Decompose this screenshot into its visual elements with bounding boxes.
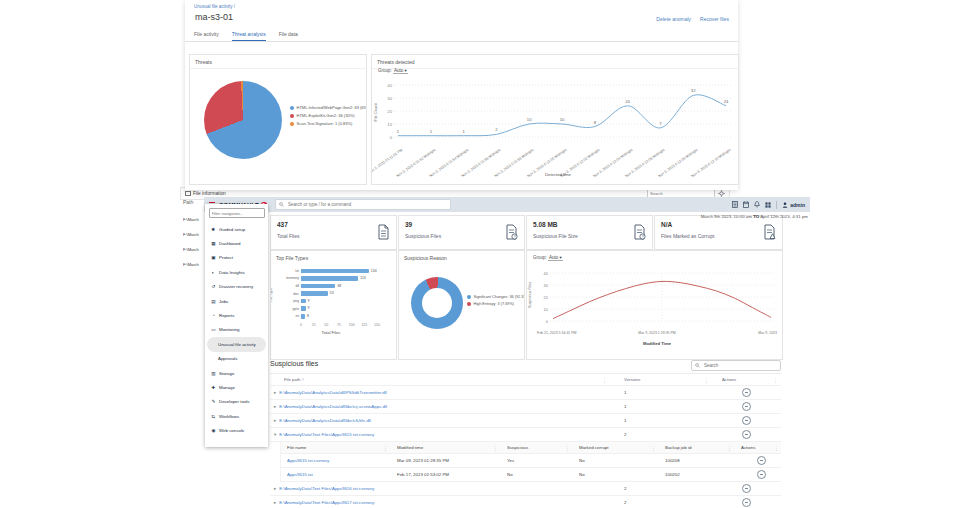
file-path-link[interactable]: E:\AnomalyData\Text Files\Apps9615.txt.c…	[279, 432, 374, 437]
column-menu-icon[interactable]: ⋮	[602, 377, 607, 383]
actions-icon[interactable]	[742, 430, 751, 439]
nav-filter-input[interactable]	[209, 208, 265, 218]
column-menu-icon[interactable]: ⋮	[773, 377, 778, 383]
column-menu-icon[interactable]: ⋮	[704, 377, 709, 383]
path-tree-item[interactable]: F:\March	[183, 257, 204, 272]
group-label: Group:	[378, 68, 392, 73]
nav-item-guided-setup[interactable]: ✱Guided setup	[205, 222, 268, 236]
bar[interactable]	[301, 291, 328, 296]
file-path-link[interactable]: E:\AnomalyData\Text Files\Apps9616.txt.c…	[279, 486, 374, 491]
path-tree-item[interactable]: F:\March	[183, 212, 204, 227]
nav-item-manage[interactable]: ✚Manage	[205, 380, 268, 394]
tab-file-activity[interactable]: File activity	[194, 31, 219, 41]
file-path-link[interactable]: E:\AnomalyData\Text Files\Apps9617.txt.c…	[279, 500, 374, 505]
column-marked-corrupt[interactable]: Marked corrupt	[579, 445, 609, 450]
path-tree-item[interactable]: F:\March	[183, 227, 204, 242]
column-file-path[interactable]: File path	[284, 377, 300, 382]
gear-icon[interactable]	[718, 190, 725, 197]
column-modified-time[interactable]: Modified time	[397, 445, 423, 450]
bar[interactable]	[301, 314, 305, 319]
column-menu-icon[interactable]: ⋮	[493, 445, 498, 451]
file-path-link[interactable]: E:\AnomalyData\AnalyticsData\dll\PSSdkTr…	[279, 390, 386, 395]
group-select[interactable]: Auto ▾	[548, 255, 563, 261]
delete-anomaly-link[interactable]: Delete anomaly	[656, 16, 691, 22]
versions-value: 1	[610, 418, 712, 423]
file-path-link[interactable]: E:\AnomalyData\AnalyticsData\dll\libclcl…	[279, 418, 371, 423]
tab-threat-analysis[interactable]: Threat analysis	[232, 31, 266, 41]
column-menu-icon[interactable]: ⋮	[651, 445, 656, 451]
nav-item-web-console[interactable]: ◉Web console	[205, 423, 268, 437]
x-axis-labels: Nov 2, 2023 01:11:51 PMNov 3, 2023 0:11:…	[380, 147, 736, 171]
bar-category-label: doc	[275, 292, 301, 296]
column-actions[interactable]: Actions	[722, 377, 736, 382]
column-menu-icon[interactable]: ⋮	[565, 445, 570, 451]
actions-icon[interactable]	[742, 498, 751, 507]
nav-item-developer-tools[interactable]: ✎Developer tools	[205, 395, 268, 409]
expand-chevron-icon[interactable]: ▸	[274, 500, 276, 505]
column-suspicious[interactable]: Suspicious	[507, 445, 528, 450]
svg-text:20: 20	[387, 109, 392, 114]
page-title: ma-s3-01	[195, 12, 233, 22]
file-name-link[interactable]: Apps9615.txt	[287, 472, 313, 477]
column-menu-icon[interactable]: ⋮	[774, 445, 779, 451]
expand-chevron-icon[interactable]: ▸	[274, 486, 276, 491]
nav-item-jobs[interactable]: ▤Jobs	[205, 294, 268, 308]
nav-item-monitoring[interactable]: ▭Monitoring	[205, 323, 268, 337]
sort-asc-icon[interactable]: ↑	[302, 377, 304, 382]
nav-item-reports[interactable]: ◔Reports	[205, 308, 268, 322]
command-search[interactable]	[275, 199, 451, 210]
column-actions[interactable]: Actions	[741, 445, 755, 450]
legend-dot	[290, 114, 294, 118]
bar[interactable]	[301, 299, 306, 304]
calendar-icon[interactable]	[743, 201, 749, 208]
table-search-input[interactable]	[702, 362, 777, 369]
grid-icon[interactable]	[765, 202, 771, 208]
column-file-name[interactable]: File name	[287, 445, 306, 450]
user-menu[interactable]: admin	[782, 202, 805, 208]
actions-icon[interactable]	[742, 402, 751, 411]
file-path-link[interactable]: E:\AnomalyData\AnalyticsData\dll\libclci…	[279, 404, 387, 409]
window-icon	[185, 191, 191, 197]
column-menu-icon[interactable]: ⋮	[383, 445, 388, 451]
nav-item-protect[interactable]: ▣Protect	[205, 251, 268, 265]
expand-chevron-icon[interactable]: ▸	[274, 404, 276, 409]
actions-icon[interactable]	[742, 416, 751, 425]
path-tree-item[interactable]: F:\March	[183, 242, 204, 257]
expand-chevron-icon[interactable]: ▸	[274, 418, 276, 423]
window-title: File information	[193, 191, 226, 196]
expand-chevron-icon[interactable]: ▸	[274, 390, 276, 395]
table-search[interactable]	[691, 360, 781, 371]
column-backup-job-id[interactable]: Backup job id	[665, 445, 691, 450]
file-name-link[interactable]: Apps9615.txt.cvenory	[287, 458, 329, 463]
nav-item-approvals[interactable]: Approvals	[205, 352, 268, 366]
actions-icon[interactable]	[757, 470, 766, 479]
column-menu-icon[interactable]: ⋮	[727, 445, 732, 451]
collapse-chevron-icon[interactable]: ▾	[274, 432, 276, 437]
recover-files-link[interactable]: Recover files	[700, 16, 729, 22]
actions-icon[interactable]	[742, 388, 751, 397]
bar[interactable]	[301, 306, 306, 311]
actions-icon[interactable]	[742, 484, 751, 493]
command-search-input[interactable]	[286, 201, 447, 208]
nav-item-disaster-recovery[interactable]: ↺Disaster recovery	[205, 280, 268, 294]
group-select[interactable]: Auto ▾	[393, 68, 408, 74]
column-versions[interactable]: Versions	[624, 377, 640, 382]
bar[interactable]	[301, 269, 369, 274]
nav-item-unusual-file-activity[interactable]: Unusual file activity	[207, 337, 266, 351]
bell-icon[interactable]	[754, 201, 760, 208]
tab-file-data[interactable]: File data	[279, 31, 298, 41]
date-range[interactable]: March 9th 2023, 10:00 am TO April 12th 2…	[204, 214, 808, 219]
report-icon[interactable]	[732, 201, 738, 208]
nav-item-data-insights[interactable]: ◐Data Insights	[205, 265, 268, 279]
bar[interactable]	[301, 276, 358, 281]
top-file-types-title: Top File Types	[271, 251, 396, 264]
breadcrumb[interactable]: Unusual file activity /	[194, 4, 235, 9]
tools-icon: ✎	[211, 399, 216, 404]
actions-icon[interactable]	[757, 456, 766, 465]
bar[interactable]	[301, 284, 335, 289]
nav-item-dashboard[interactable]: ▦Dashboard	[205, 236, 268, 250]
nav-item-storage[interactable]: ▥Storage	[205, 366, 268, 380]
storage-icon: ▥	[211, 371, 216, 376]
threat-analysis-window: Unusual file activity / ma-s3-01 Delete …	[185, 0, 738, 190]
nav-item-workflows[interactable]: ⇆Workflows	[205, 409, 268, 423]
